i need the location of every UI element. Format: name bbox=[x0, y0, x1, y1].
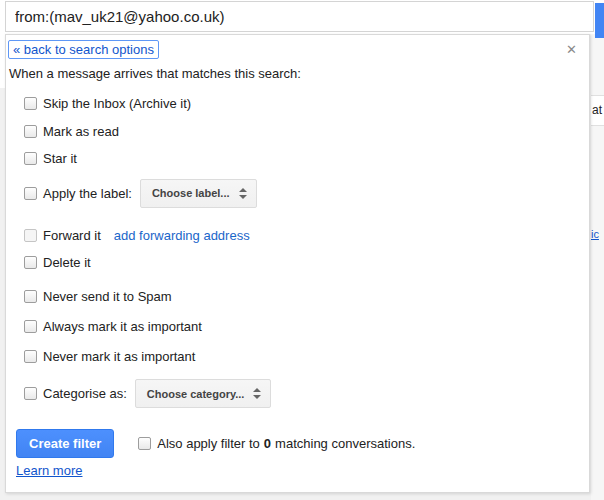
option-label: Never mark it as important bbox=[43, 349, 195, 364]
star-it-checkbox[interactable] bbox=[24, 152, 37, 165]
close-icon[interactable]: ✕ bbox=[566, 43, 577, 56]
never-send-to-spam-checkbox[interactable] bbox=[24, 290, 37, 303]
add-forwarding-address-link[interactable]: add forwarding address bbox=[114, 228, 250, 243]
panel-footer: Create filter Also apply filter to 0 mat… bbox=[16, 429, 415, 458]
option-row-categorise: Categorise as: Choose category... bbox=[24, 378, 271, 409]
choose-label-dropdown[interactable]: Choose label... bbox=[140, 179, 257, 208]
spinner-arrows-icon bbox=[253, 388, 261, 399]
background-row-divider bbox=[591, 125, 604, 126]
option-label: Mark as read bbox=[43, 124, 119, 139]
delete-it-checkbox[interactable] bbox=[24, 256, 37, 269]
triangle-down-icon bbox=[239, 195, 247, 199]
apply-label-checkbox[interactable] bbox=[24, 187, 37, 200]
background-text-fragment: at bbox=[592, 103, 602, 117]
create-filter-button[interactable]: Create filter bbox=[16, 429, 114, 458]
option-row-never-spam: Never send it to Spam bbox=[24, 288, 172, 305]
skip-inbox-checkbox[interactable] bbox=[24, 97, 37, 110]
search-bar bbox=[0, 0, 604, 34]
option-row-never-important: Never mark it as important bbox=[24, 348, 195, 365]
choose-category-dropdown[interactable]: Choose category... bbox=[135, 379, 272, 408]
apply-text-before: Also apply filter to bbox=[157, 436, 260, 451]
mark-as-read-checkbox[interactable] bbox=[24, 125, 37, 138]
search-input[interactable] bbox=[5, 1, 594, 32]
option-label: Star it bbox=[43, 151, 77, 166]
option-label: Categorise as: bbox=[43, 386, 127, 401]
triangle-down-icon bbox=[253, 395, 261, 399]
forward-it-checkbox[interactable] bbox=[24, 229, 37, 242]
categorise-checkbox[interactable] bbox=[24, 387, 37, 400]
search-button-fragment[interactable] bbox=[595, 3, 604, 38]
dropdown-value: Choose label... bbox=[152, 187, 230, 199]
apply-text-after: matching conversations. bbox=[275, 436, 415, 451]
spinner-arrows-icon bbox=[239, 188, 247, 199]
option-row-apply-label: Apply the label: Choose label... bbox=[24, 178, 257, 208]
background-link-fragment: ic bbox=[591, 228, 599, 240]
create-filter-panel: « back to search options ✕ When a messag… bbox=[5, 34, 590, 493]
triangle-up-icon bbox=[253, 388, 261, 392]
option-label: Always mark it as important bbox=[43, 319, 202, 334]
matching-count: 0 bbox=[264, 436, 271, 451]
option-row-skip-inbox: Skip the Inbox (Archive it) bbox=[24, 95, 191, 112]
learn-more-link[interactable]: Learn more bbox=[16, 463, 82, 478]
triangle-up-icon bbox=[239, 188, 247, 192]
gmail-filter-screen: at ic « back to search options ✕ When a … bbox=[0, 0, 604, 500]
never-important-checkbox[interactable] bbox=[24, 350, 37, 363]
dropdown-value: Choose category... bbox=[147, 388, 245, 400]
option-row-delete-it: Delete it bbox=[24, 254, 91, 271]
option-row-mark-as-read: Mark as read bbox=[24, 123, 119, 140]
option-label: Never send it to Spam bbox=[43, 289, 172, 304]
option-label: Delete it bbox=[43, 255, 91, 270]
option-label: Apply the label: bbox=[43, 186, 132, 201]
panel-heading: When a message arrives that matches this… bbox=[9, 66, 301, 81]
option-row-forward-it: Forward it add forwarding address bbox=[24, 227, 250, 244]
option-row-always-important: Always mark it as important bbox=[24, 318, 202, 335]
option-row-star-it: Star it bbox=[24, 150, 77, 167]
back-to-search-options-link[interactable]: « back to search options bbox=[8, 40, 159, 59]
always-important-checkbox[interactable] bbox=[24, 320, 37, 333]
also-apply-option: Also apply filter to 0 matching conversa… bbox=[138, 436, 415, 451]
option-label: Forward it bbox=[43, 228, 101, 243]
background-row-divider bbox=[591, 95, 604, 96]
option-label: Skip the Inbox (Archive it) bbox=[43, 96, 191, 111]
also-apply-checkbox[interactable] bbox=[138, 437, 151, 450]
